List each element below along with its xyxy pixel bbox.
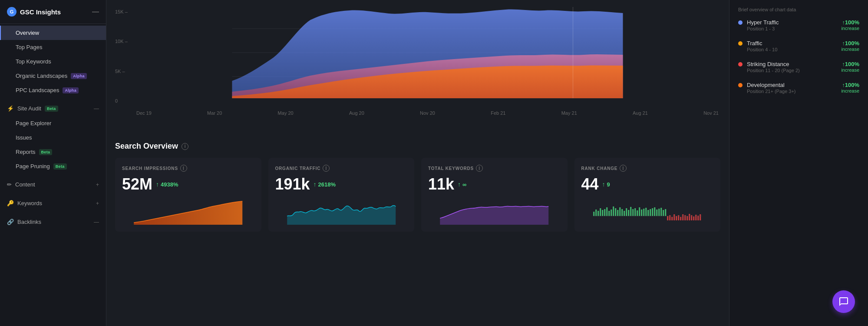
keywords-info-icon[interactable]: i (476, 165, 483, 172)
organic-change: ↑ 2618% (314, 181, 336, 188)
chart-area: Dec 19 Mar 20 May 20 Aug 20 Nov 20 Feb 2… (135, 7, 720, 116)
x-label-may21: May 21 (561, 110, 577, 116)
svg-rect-29 (645, 208, 647, 216)
svg-rect-24 (634, 208, 636, 216)
key-icon: 🔑 (7, 200, 14, 206)
chart-y-labels: 15K – 10K – 5K – 0 (115, 9, 132, 103)
nav-item-top-pages[interactable]: Top Pages (0, 40, 106, 54)
impressions-pct: 4938% (161, 181, 178, 188)
chat-icon (838, 296, 849, 307)
y-label-15k: 15K – (115, 9, 132, 14)
organic-value-row: 191k ↑ 2618% (275, 175, 408, 193)
developmental-pct: ↑100% (841, 82, 859, 88)
nav-section-site-audit: ⚡ Site Audit Beta — Page Explorer Issues… (0, 99, 106, 175)
svg-rect-42 (673, 214, 675, 220)
svg-rect-18 (621, 209, 623, 216)
search-overview-info-icon[interactable]: i (182, 143, 188, 150)
nav-item-top-keywords[interactable]: Top Keywords (0, 54, 106, 69)
impressions-sparkline (122, 199, 254, 225)
nav-item-overview[interactable]: Overview (0, 26, 106, 40)
x-label-dec19: Dec 19 (136, 110, 152, 116)
svg-rect-33 (654, 207, 655, 216)
keywords-arrow: ↑ (458, 181, 461, 188)
link-icon: 🔗 (7, 219, 14, 225)
main-content: 15K – 10K – 5K – 0 (106, 0, 868, 326)
svg-rect-15 (615, 208, 616, 216)
legend-panel: Brief overview of chart data Hyper Traff… (729, 0, 868, 135)
svg-rect-10 (604, 209, 605, 216)
svg-rect-26 (639, 207, 640, 216)
sidebar-collapse-btn[interactable]: — (92, 8, 99, 16)
striking-label: increase (841, 67, 859, 73)
app-logo: G GSC Insights (7, 7, 61, 17)
keywords-sparkline (428, 199, 561, 225)
impressions-info-icon[interactable]: i (180, 165, 187, 172)
nav-group-content[interactable]: ✏ Content + (0, 177, 106, 192)
nav-item-issues[interactable]: Issues (0, 130, 106, 145)
keywords-pct: ∞ (462, 181, 466, 188)
chat-button[interactable] (832, 290, 855, 313)
chart-x-labels: Dec 19 Mar 20 May 20 Aug 20 Nov 20 Feb 2… (135, 110, 720, 116)
x-label-aug20: Aug 20 (349, 110, 364, 116)
svg-rect-51 (693, 216, 694, 220)
svg-rect-32 (652, 208, 653, 216)
search-overview-title: Search Overview i (115, 142, 720, 151)
nav-item-page-pruning[interactable]: Page Pruning Beta (0, 159, 106, 173)
x-label-nov21: Nov 21 (703, 110, 719, 116)
nav-item-reports[interactable]: Reports Beta (0, 145, 106, 159)
svg-rect-22 (630, 207, 631, 216)
svg-rect-30 (647, 210, 649, 216)
nav-item-page-explorer[interactable]: Page Explorer (0, 116, 106, 130)
traffic-dot (738, 41, 743, 46)
beta-badge-pruning: Beta (53, 163, 67, 170)
svg-rect-7 (597, 211, 599, 216)
keywords-value-row: 11k ↑ ∞ (428, 175, 561, 193)
nav-section-gsc: Overview Top Pages Top Keywords Organic … (0, 24, 106, 99)
organic-info-icon[interactable]: i (323, 165, 330, 172)
pen-icon: ✏ (7, 181, 12, 188)
hyper-traffic-pct: ↑100% (841, 19, 859, 26)
svg-rect-19 (624, 211, 625, 216)
content-split: 15K – 10K – 5K – 0 (106, 0, 868, 326)
traffic-label: increase (841, 47, 859, 52)
hyper-traffic-title: Hyper Traffic (747, 19, 841, 26)
svg-rect-11 (606, 207, 607, 216)
svg-rect-5 (593, 212, 594, 216)
metric-card-impressions: SEARCH IMPRESSIONS i 52M ↑ 4938% (115, 158, 261, 232)
striking-subtitle: Position 11 - 20 (Page 2) (747, 68, 841, 73)
y-label-5k: 5K – (115, 69, 132, 74)
rank-info-icon[interactable]: i (620, 165, 627, 172)
y-label-0: 0 (115, 98, 132, 103)
svg-rect-54 (700, 214, 701, 220)
chart-svg (135, 7, 720, 107)
developmental-change: ↑100% increase (841, 82, 859, 93)
metrics-grid: SEARCH IMPRESSIONS i 52M ↑ 4938% (115, 158, 720, 232)
alpha-badge-ppc: Alpha (63, 87, 79, 93)
collapse-icon-keywords[interactable]: + (96, 200, 99, 206)
developmental-info: Developmental Position 21+ (Page 3+) (747, 82, 841, 94)
traffic-pct: ↑100% (841, 40, 859, 47)
impressions-value-row: 52M ↑ 4938% (122, 175, 254, 193)
keywords-label-metric: TOTAL KEYWORDS i (428, 165, 561, 172)
impressions-value: 52M (122, 175, 152, 193)
nav-group-keywords[interactable]: 🔑 Keywords + (0, 196, 106, 211)
svg-rect-46 (682, 214, 683, 220)
nav-item-ppc-landscapes[interactable]: PPC Landscapes Alpha (0, 83, 106, 97)
svg-rect-6 (595, 210, 597, 216)
keywords-value: 11k (428, 175, 454, 193)
traffic-title: Traffic (747, 40, 841, 47)
collapse-icon-content[interactable]: + (96, 182, 99, 188)
impressions-label: SEARCH IMPRESSIONS i (122, 165, 254, 172)
logo-icon: G (7, 7, 17, 17)
nav-group-site-audit[interactable]: ⚡ Site Audit Beta — (0, 101, 106, 116)
nav-section-backlinks: 🔗 Backlinks — (0, 213, 106, 231)
collapse-icon-backlinks[interactable]: — (94, 219, 99, 225)
collapse-icon-site-audit[interactable]: — (94, 106, 99, 112)
keywords-label-group: 🔑 Keywords (7, 200, 42, 206)
striking-info: Striking Distance Position 11 - 20 (Page… (747, 61, 841, 73)
nav-item-organic-landscapes[interactable]: Organic Landscapes Alpha (0, 69, 106, 83)
metric-card-keywords: TOTAL KEYWORDS i 11k ↑ ∞ (421, 158, 568, 232)
svg-rect-45 (680, 217, 681, 220)
nav-group-backlinks[interactable]: 🔗 Backlinks — (0, 214, 106, 230)
organic-pct: 2618% (318, 181, 336, 188)
